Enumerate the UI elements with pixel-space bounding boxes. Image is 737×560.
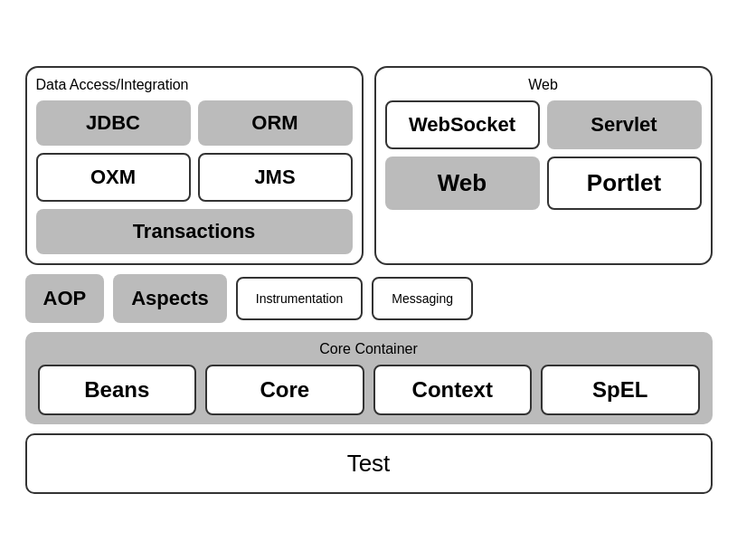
websocket-box: WebSocket	[385, 100, 540, 149]
aspects-box: Aspects	[113, 274, 227, 323]
data-access-title: Data Access/Integration	[36, 77, 353, 93]
aop-box: AOP	[25, 274, 105, 323]
test-box: Test	[25, 433, 713, 494]
oxm-box: OXM	[36, 153, 191, 202]
transactions-box: Transactions	[36, 209, 353, 254]
portlet-box: Portlet	[547, 157, 702, 210]
core-box: Core	[205, 365, 364, 415]
web-title: Web	[385, 77, 702, 93]
web-section: Web WebSocket Servlet Web Portlet	[374, 66, 713, 265]
instrumentation-box: Instrumentation	[236, 277, 364, 320]
beans-box: Beans	[38, 365, 197, 415]
web-inner-box: Web	[385, 157, 540, 210]
jms-box: JMS	[198, 153, 353, 202]
servlet-box: Servlet	[547, 100, 702, 149]
core-container-section: Core Container Beans Core Context SpEL	[25, 332, 713, 424]
data-access-section: Data Access/Integration JDBC ORM OXM JMS…	[25, 66, 364, 265]
orm-box: ORM	[198, 100, 353, 146]
spring-framework-diagram: Data Access/Integration JDBC ORM OXM JMS…	[16, 57, 722, 503]
context-box: Context	[373, 365, 533, 415]
jdbc-box: JDBC	[36, 100, 191, 146]
core-container-title: Core Container	[38, 341, 700, 357]
messaging-box: Messaging	[372, 277, 473, 320]
spel-box: SpEL	[541, 365, 700, 415]
